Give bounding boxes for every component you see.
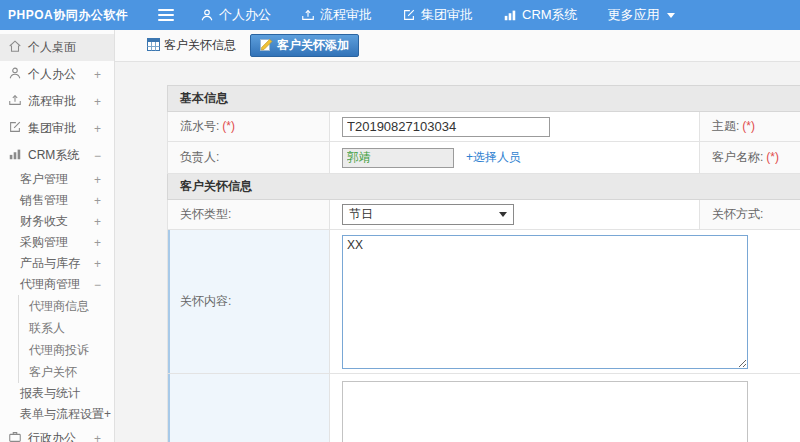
form-content: 基本信息 流水号:(*) 主题:(*) 负责人: xyxy=(115,62,800,442)
bar-chart-icon xyxy=(8,147,22,164)
row-care-content: 关怀内容: XX xyxy=(168,230,800,374)
owner-input[interactable] xyxy=(342,148,454,168)
customer-name-label: 客户名称:(*) xyxy=(700,142,800,174)
briefcase-icon xyxy=(8,430,22,442)
section-header-care-info: 客户关怀信息 xyxy=(168,174,800,200)
sidebar-item-form-flow-settings[interactable]: 表单与流程设置+ xyxy=(0,404,114,425)
caret-down-icon xyxy=(667,13,675,18)
expand-toggle[interactable]: + xyxy=(94,236,101,250)
expand-toggle[interactable]: + xyxy=(94,173,101,187)
topbar: PHPOA协同办公软件 个人办公 流程审批 集团审批 CRM系统 更多应用 xyxy=(0,0,800,30)
tab-customer-care-add[interactable]: 客户关怀添加 xyxy=(250,34,359,57)
nav-group-approval[interactable]: 集团审批 xyxy=(402,6,473,24)
sidebar-item-flow-approval[interactable]: 流程审批 + xyxy=(0,88,114,115)
flow-approve-icon xyxy=(8,93,22,110)
sidebar-item-agent-mgmt[interactable]: 代理商管理 − xyxy=(0,274,114,295)
sidebar-item-desktop[interactable]: 个人桌面 xyxy=(0,34,114,61)
nav-flow-approval[interactable]: 流程审批 xyxy=(301,6,372,24)
extra-content-textarea[interactable] xyxy=(342,381,748,442)
group-approve-icon xyxy=(8,120,22,137)
collapse-toggle[interactable]: − xyxy=(94,149,101,163)
expand-toggle[interactable]: + xyxy=(94,194,101,208)
care-add-form: 基本信息 流水号:(*) 主题:(*) 负责人: xyxy=(167,85,800,442)
home-icon xyxy=(8,39,22,56)
expand-toggle[interactable]: + xyxy=(94,257,101,271)
section-header-basic-info: 基本信息 xyxy=(168,86,800,112)
care-method-label: 关怀方式: xyxy=(700,200,800,230)
care-content-label: 关怀内容: xyxy=(168,230,330,374)
table-grid-icon xyxy=(147,38,160,54)
sidebar-item-contacts[interactable]: 联系人 xyxy=(19,317,114,339)
row-care-type: 关怀类型: 节日 关怀方式: xyxy=(168,200,800,230)
care-type-label: 关怀类型: xyxy=(168,200,330,230)
care-type-select[interactable]: 节日 xyxy=(342,204,514,225)
sidebar-item-product-stock[interactable]: 产品与库存 + xyxy=(0,253,114,274)
flow-approve-icon xyxy=(301,8,315,22)
row-serial: 流水号:(*) 主题:(*) xyxy=(168,112,800,142)
user-icon xyxy=(200,8,214,22)
user-icon xyxy=(8,66,22,83)
collapse-toggle[interactable]: − xyxy=(94,278,101,292)
extra-content-label xyxy=(168,374,330,442)
required-mark: (*) xyxy=(742,119,755,133)
caret-down-icon xyxy=(499,212,507,217)
agent-submenu: 代理商信息 联系人 代理商投诉 客户关怀 xyxy=(18,295,114,383)
menu-hamburger-icon[interactable] xyxy=(158,6,174,24)
tab-bar: 客户关怀信息 客户关怀添加 xyxy=(115,30,800,62)
pick-person-link[interactable]: +选择人员 xyxy=(466,150,521,164)
sidebar-item-customer-care[interactable]: 客户关怀 xyxy=(19,361,114,383)
group-approve-icon xyxy=(402,8,416,22)
tab-customer-care-list[interactable]: 客户关怀信息 xyxy=(147,37,236,54)
nav-personal-office[interactable]: 个人办公 xyxy=(200,6,271,24)
sidebar-item-finance[interactable]: 财务收支 + xyxy=(0,211,114,232)
sidebar-item-crm[interactable]: CRM系统 − xyxy=(0,142,114,169)
nav-crm[interactable]: CRM系统 xyxy=(503,6,578,24)
sidebar-item-reports[interactable]: 报表与统计 xyxy=(0,383,114,404)
serial-input[interactable] xyxy=(342,117,550,137)
expand-toggle[interactable]: + xyxy=(94,432,101,442)
sidebar-item-personal-office[interactable]: 个人办公 + xyxy=(0,61,114,88)
bar-chart-icon xyxy=(503,8,517,22)
expand-toggle[interactable]: + xyxy=(94,215,101,229)
sidebar-item-group-approval[interactable]: 集团审批 + xyxy=(0,115,114,142)
nav-more-apps[interactable]: 更多应用 xyxy=(608,6,675,24)
sidebar-item-agent-complaint[interactable]: 代理商投诉 xyxy=(19,339,114,361)
required-mark: (*) xyxy=(222,119,235,133)
sidebar-item-purchase-mgmt[interactable]: 采购管理 + xyxy=(0,232,114,253)
sidebar-item-sales-mgmt[interactable]: 销售管理 + xyxy=(0,190,114,211)
row-extra-content xyxy=(168,374,800,442)
app-logo: PHPOA协同办公软件 xyxy=(0,7,150,24)
sidebar-item-admin-office[interactable]: 行政办公 + xyxy=(0,425,114,442)
edit-pencil-icon xyxy=(260,38,273,54)
main-area: 客户关怀信息 客户关怀添加 基本信息 流水号:(*) xyxy=(115,30,800,442)
sidebar-item-agent-info[interactable]: 代理商信息 xyxy=(19,295,114,317)
serial-label: 流水号:(*) xyxy=(168,112,330,142)
owner-label: 负责人: xyxy=(168,142,330,174)
row-owner: 负责人: +选择人员 客户名称:(*) xyxy=(168,142,800,174)
required-mark: (*) xyxy=(766,150,779,164)
subject-label: 主题:(*) xyxy=(700,112,800,142)
expand-toggle[interactable]: + xyxy=(94,68,101,82)
sidebar: 个人桌面 个人办公 + 流程审批 + 集团审批 + CRM系统 − 客户管理 +… xyxy=(0,30,115,442)
expand-toggle[interactable]: + xyxy=(94,95,101,109)
sidebar-item-customer-mgmt[interactable]: 客户管理 + xyxy=(0,169,114,190)
top-navigation: 个人办公 流程审批 集团审批 CRM系统 更多应用 xyxy=(200,6,675,24)
expand-toggle[interactable]: + xyxy=(94,122,101,136)
care-content-textarea[interactable]: XX xyxy=(342,235,748,369)
